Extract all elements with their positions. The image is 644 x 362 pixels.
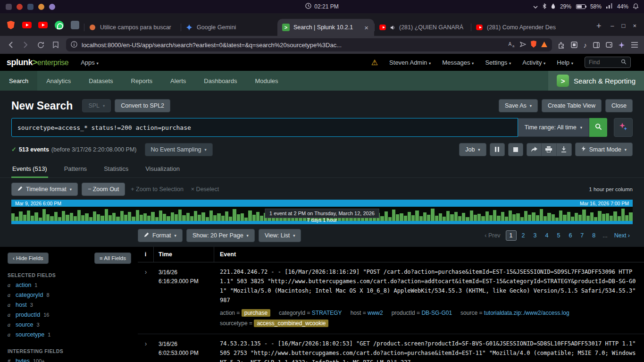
timeline-bar[interactable] [124, 215, 127, 221]
send-icon[interactable] [520, 42, 526, 49]
zoom-to-selection-button[interactable]: + Zoom to Selection [129, 183, 185, 195]
timeline-bar[interactable] [493, 210, 496, 221]
page-5-button[interactable]: 5 [553, 231, 563, 240]
field-item-host[interactable]: ahost3 [8, 300, 131, 310]
timeline-bar[interactable] [109, 215, 112, 221]
field-name[interactable]: bytes [16, 358, 30, 362]
timeline-bar[interactable] [555, 218, 559, 221]
pause-button[interactable] [490, 143, 505, 156]
field-name[interactable]: categoryId [16, 292, 43, 298]
all-fields-button[interactable]: ≡ All Fields [94, 253, 131, 264]
timeline-bar[interactable] [81, 215, 84, 221]
timeline-bar[interactable] [58, 217, 61, 221]
timeline-bar[interactable] [559, 210, 562, 221]
bookmark-icon[interactable] [51, 42, 60, 48]
timeline-bar[interactable] [62, 211, 65, 221]
find-box[interactable] [585, 57, 631, 68]
extensions-icon[interactable] [558, 42, 565, 49]
timeline-bar[interactable] [625, 215, 628, 221]
back-button[interactable] [6, 42, 15, 48]
tab-patterns[interactable]: Patterns [63, 161, 88, 177]
timeline-bar[interactable] [241, 213, 244, 221]
field-item-categoryid[interactable]: acategoryId8 [8, 290, 131, 300]
timeline-bar[interactable] [419, 216, 423, 221]
timeline-bar[interactable] [147, 216, 151, 221]
timeline-bar[interactable] [89, 217, 92, 221]
timeline-bar[interactable] [105, 209, 108, 221]
timeline-bar[interactable] [27, 210, 30, 221]
timeline-bar[interactable] [182, 215, 185, 221]
event-expand-icon[interactable]: › [138, 334, 154, 362]
timeline-bar[interactable] [423, 212, 427, 221]
brave-rewards-icon[interactable] [541, 42, 547, 49]
timeline-bar[interactable] [501, 212, 504, 221]
timeline-bar[interactable] [404, 216, 407, 221]
timeline-bar[interactable] [256, 212, 259, 221]
timeline-bar[interactable] [15, 217, 18, 221]
timeline-bar[interactable] [163, 214, 166, 221]
timeline-bar[interactable] [621, 209, 625, 221]
timeline-bar[interactable] [411, 215, 415, 221]
event-field-value[interactable]: STRATEGY [312, 310, 342, 316]
tray-icon[interactable] [49, 4, 55, 10]
timeline-bar[interactable] [178, 210, 182, 221]
timeline-selection-top[interactable]: Mar 9, 2026 6:00 PM Mar 16, 2026 7:00 PM [11, 200, 633, 207]
save-as-button[interactable]: Save As▾ [499, 99, 538, 112]
timeline-bar[interactable] [54, 212, 58, 221]
timeline-bar[interactable] [194, 211, 197, 221]
field-name[interactable]: source [16, 321, 33, 328]
event-raw-text[interactable]: 74.53.23.135 - - [16/Mar/2026:18:02:53] … [220, 339, 638, 362]
timeline-bar[interactable] [567, 212, 570, 221]
pinned-tab-youtube[interactable] [37, 19, 49, 31]
timeline-bar[interactable] [50, 216, 53, 221]
timeline-bar[interactable] [450, 214, 453, 221]
timeline-bar[interactable] [532, 212, 535, 221]
ai-assistant-button[interactable] [614, 118, 633, 137]
timeline-bar[interactable] [206, 217, 209, 221]
timeline-bar[interactable] [443, 217, 446, 221]
browser-tab[interactable]: >Search | Splunk 10.2.1× [277, 19, 374, 36]
timeline-bar[interactable] [598, 211, 601, 221]
nav-item-datasets[interactable]: Datasets [80, 71, 122, 91]
export-button[interactable] [557, 143, 572, 156]
timeline-bar[interactable] [237, 214, 240, 221]
field-item-source[interactable]: asource3 [8, 320, 131, 330]
print-button[interactable] [542, 143, 557, 156]
timeline-bar[interactable] [392, 210, 395, 221]
timeline-bar[interactable] [516, 213, 519, 221]
window-minimize-button[interactable]: – [611, 22, 614, 29]
timeline-bar[interactable] [155, 217, 159, 221]
settings-menu[interactable]: Settings ▾ [485, 59, 511, 66]
timeline-bar[interactable] [221, 216, 225, 221]
timeline-bar[interactable] [552, 214, 555, 221]
timeline-bar[interactable] [610, 216, 613, 221]
timeline-bar[interactable] [497, 216, 500, 221]
bell-icon[interactable] [633, 3, 638, 10]
timeline-bar[interactable] [439, 213, 442, 221]
timeline-bar[interactable] [524, 211, 527, 221]
event-field-value[interactable]: access_combined_wcookie [254, 320, 328, 327]
close-button[interactable]: Close [605, 99, 633, 112]
field-name[interactable]: productId [16, 311, 40, 318]
timeline-bar[interactable] [602, 214, 605, 221]
timeline-bar[interactable] [477, 214, 481, 221]
timeline-bar[interactable] [66, 215, 69, 221]
translate-icon[interactable]: Aa [508, 41, 516, 49]
timeline-bar[interactable] [489, 215, 493, 221]
leo-ai-icon[interactable] [619, 42, 625, 48]
field-item-sourcetype[interactable]: asourcetype1 [8, 330, 131, 340]
timeline-bar[interactable] [167, 216, 170, 221]
splunk-logo[interactable]: splunk>enterprise [7, 58, 68, 67]
timeline-bar[interactable] [613, 211, 617, 221]
timeline-bar[interactable] [116, 217, 119, 221]
messages-menu[interactable]: Messages ▾ [442, 59, 474, 66]
timeline-bar[interactable] [408, 212, 411, 221]
page-6-button[interactable]: 6 [565, 231, 575, 240]
timeline-bar[interactable] [112, 213, 116, 221]
timeline-bar[interactable] [536, 215, 539, 221]
pinned-tab-brave[interactable] [5, 19, 17, 31]
spl-dropdown[interactable]: SPL▾ [82, 99, 111, 112]
zoom-out-button[interactable]: − Zoom Out [82, 183, 125, 196]
bluetooth-icon[interactable] [543, 3, 546, 10]
per-page-button[interactable]: Show: 20 Per Page▾ [186, 229, 255, 242]
